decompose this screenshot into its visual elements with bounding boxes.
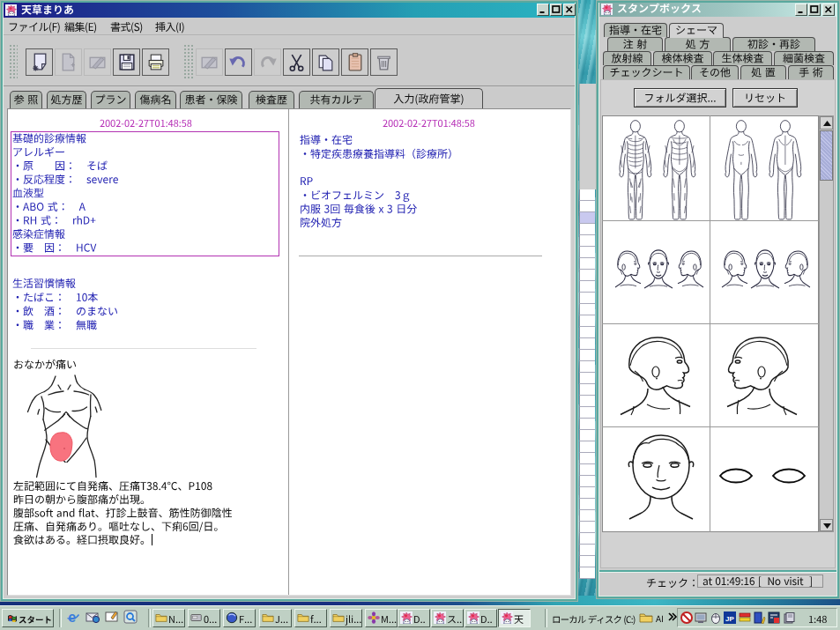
svg-text:e: e (68, 610, 76, 624)
svg-text:JP: JP (725, 615, 734, 623)
